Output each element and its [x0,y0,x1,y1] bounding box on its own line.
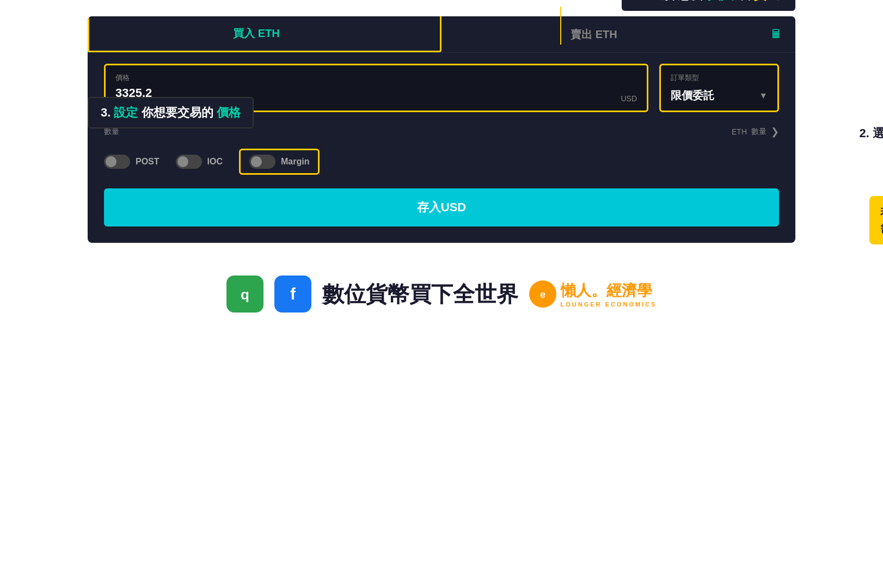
callout-step1-sell: 賣出 [754,0,780,2]
tabs-row: 買入 ETH 賣出 ETH 🖩 [88,16,795,53]
callout-step2-choose: 選擇 [873,126,883,140]
toggle-post-item: POST [104,155,160,169]
callout-step1-text: 選擇想要 [652,0,704,2]
panel-body: 價格 3325.2 USD 訂單類型 限價委託 ▼ 數 [88,53,795,243]
svg-text:f: f [290,285,296,303]
toggle-post-label: POST [136,157,160,167]
svg-text:e: e [540,289,545,300]
toggle-margin-container: Margin [239,149,320,175]
qty-chevron-icon[interactable]: ❯ [771,126,779,138]
deposit-button[interactable]: 存入USD [104,188,779,226]
branding-bar: q f 數位貨幣買下全世界 e 懶人。經濟學 LOUNGER ECONOMICS [226,275,657,313]
toggle-margin-switch[interactable] [249,155,275,169]
svg-text:q: q [241,286,249,303]
callout-step3-middle: 你想要交易的 [142,106,213,119]
callout-step3: 3. 設定 你想要交易的 價格 [88,97,254,128]
lounger-text: 懶人。經濟學 LOUNGER ECONOMICS [561,280,657,308]
order-type-dropdown-arrow[interactable]: ▼ [759,91,768,101]
trading-panel: 買入 ETH 賣出 ETH 🖩 價格 3325.2 USD [88,16,795,243]
toggle-margin-label: Margin [281,157,309,167]
brand-main-text: 數位貨幣買下全世界 [322,279,518,309]
callout-margin: 若要進行現貨槓桿 需將 Margin 開啟 [869,196,883,244]
brand-icon-q: q [226,275,263,313]
callout-step1: 1. 選擇想要 買入 或 賣出 [622,0,795,11]
calculator-icon[interactable]: 🖩 [763,21,790,48]
tab-buy[interactable]: 買入 ETH [88,16,425,52]
brand-icon-fb: f [274,275,311,313]
callout-step1-buy: 買入 [708,0,734,2]
callout-margin-line1: 若要進行現貨槓桿 [880,204,883,220]
qty-label2: 數量 [751,127,767,137]
toggle-ioc-switch[interactable] [176,155,202,169]
toggle-row: POST IOC Margin [104,149,779,175]
lounger-icon: e [529,280,556,308]
tab-sell[interactable]: 賣出 ETH [425,17,763,52]
lounger-sub-text: LOUNGER ECONOMICS [561,301,657,308]
callout-step3-number: 3. [101,106,111,119]
callout-step3-price: 價格 [217,106,241,119]
order-type-text: 限價委託 [671,88,714,103]
callout-step2-number: 2. [859,126,869,140]
price-label: 價格 [115,73,637,83]
callout-step2: 2. 選擇 訂單類型 [859,125,883,142]
price-currency: USD [621,94,637,103]
brand-lounger: e 懶人。經濟學 LOUNGER ECONOMICS [529,280,657,308]
callout-margin-prefix: 需將 [880,223,883,234]
order-type-section: 訂單類型 限價委託 ▼ [659,64,779,112]
callout-step1-number: 1. [637,0,648,2]
toggle-post-switch[interactable] [104,155,130,169]
callout-margin-line2: 需將 Margin 開啟 [880,220,883,237]
order-type-label: 訂單類型 [671,73,768,83]
qty-eth-label: ETH [732,127,747,136]
arrow-step1 [560,7,561,45]
order-type-value[interactable]: 限價委託 ▼ [671,88,768,103]
toggle-ioc-item: IOC [176,155,223,169]
toggle-ioc-label: IOC [207,157,223,167]
callout-step1-or: 或 [737,0,750,2]
callout-step3-set: 設定 [114,106,138,119]
lounger-top-text: 懶人。經濟學 [561,280,657,301]
